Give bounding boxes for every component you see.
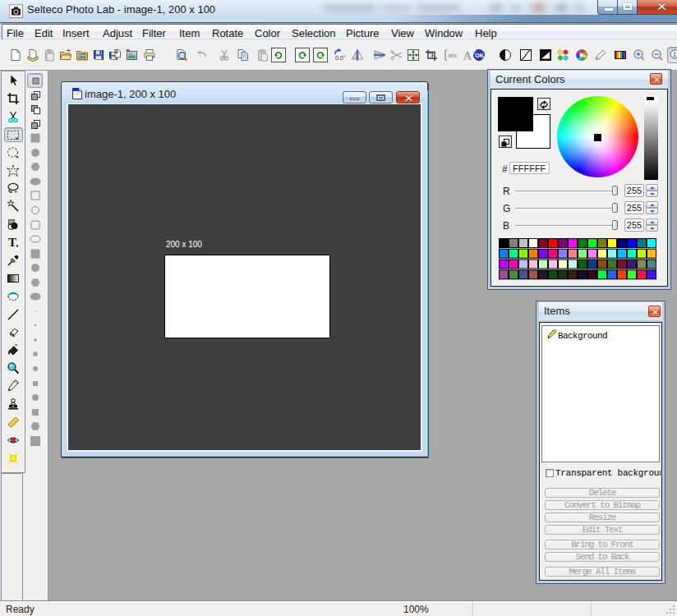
svg-text:T: T bbox=[8, 236, 16, 249]
svg-text:0.0°: 0.0° bbox=[335, 55, 346, 61]
svg-text:abc: abc bbox=[448, 52, 457, 59]
svg-text:1: 1 bbox=[673, 52, 676, 57]
svg-text:A: A bbox=[463, 49, 472, 62]
svg-text:OK: OK bbox=[475, 53, 484, 58]
